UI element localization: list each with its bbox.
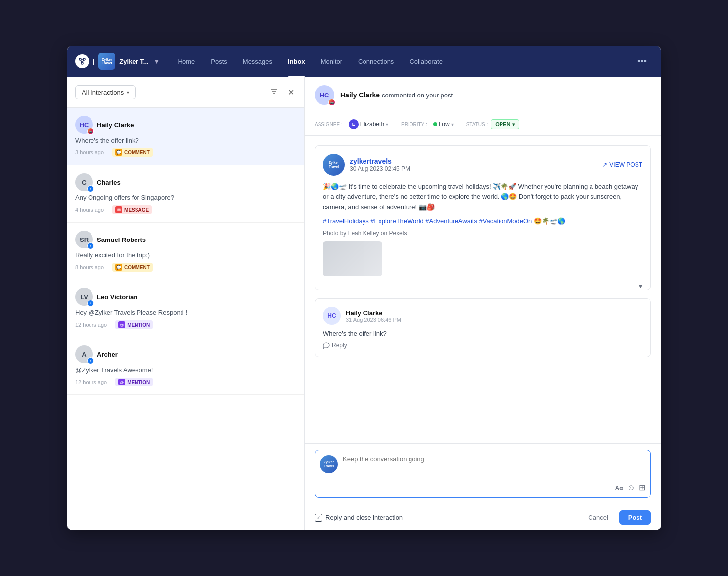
avatar: SR f (75, 231, 93, 248)
post-content: ZylkerTravel zylkertravels 30 Aug 2023 0… (305, 136, 661, 443)
cancel-button[interactable]: Cancel (582, 510, 614, 525)
app-window: | ZylkerTravel Zylker T... ▾ Home Posts … (67, 46, 661, 530)
nav-inbox[interactable]: Inbox (280, 46, 313, 77)
close-panel-button[interactable]: ✕ (286, 86, 296, 99)
reply-icon (323, 342, 330, 349)
tag-icon: @ (118, 379, 125, 385)
time-text: 3 hours ago (75, 149, 104, 155)
ai-format-button[interactable]: Aα (615, 483, 623, 492)
image-button[interactable]: ⊞ (639, 483, 645, 492)
status-field: STATUS : OPEN ▾ (466, 119, 520, 129)
reply-close-checkbox[interactable]: ✓ Reply and close interaction (315, 514, 403, 522)
avatar: C f (75, 173, 93, 191)
filter-dropdown[interactable]: All Interactions ▾ (75, 85, 136, 99)
right-panel: HC 📷 Haily Clarke commented on your post… (305, 77, 661, 530)
status-label: STATUS : (466, 122, 488, 127)
right-header-info: Haily Clarke commented on your post (340, 91, 651, 99)
view-post-icon: ↗ (602, 161, 607, 168)
username: Archer (97, 351, 118, 358)
time-text: 4 hours ago (75, 207, 104, 213)
svg-point-2 (81, 62, 83, 64)
assignee-field: ASSIGNEE : E Elizabeth ▾ (315, 118, 391, 130)
tag-badge-mention: @ MENTION (115, 378, 153, 386)
item-message: @Zylker Travels Awesome! (75, 366, 296, 374)
instagram-badge: 📷 (328, 99, 335, 106)
social-badge-facebook: f (87, 300, 94, 307)
assignee-dropdown[interactable]: E Elizabeth ▾ (346, 118, 391, 130)
nav-logo[interactable]: | ZylkerTravel Zylker T... ▾ (75, 53, 158, 70)
filter-icon-button[interactable] (268, 86, 280, 99)
item-header: HC 📷 Haily Clarke (75, 116, 296, 134)
right-header: HC 📷 Haily Clarke commented on your post (305, 77, 661, 113)
username: Haily Clarke (97, 121, 134, 129)
view-post-button[interactable]: ↗ VIEW POST (602, 161, 642, 168)
assignee-avatar: E (349, 119, 359, 129)
nav-collaborate[interactable]: Collaborate (402, 46, 451, 77)
item-header: SR f Samuel Roberts (75, 231, 296, 248)
assignee-label: ASSIGNEE : (315, 122, 343, 127)
main-content: All Interactions ▾ ✕ (67, 77, 661, 530)
priority-field: PRIORITY : Low ▾ (401, 120, 456, 129)
post-text: 🎉🌏🛫 It's time to celebrate the upcoming … (323, 182, 642, 212)
assignee-chevron: ▾ (386, 122, 388, 127)
username: Samuel Roberts (97, 236, 146, 243)
tag-icon: ✉ (115, 206, 122, 213)
item-message: Hey @Zylker Travels Please Respond ! (75, 309, 296, 316)
nav-monitor[interactable]: Monitor (313, 46, 350, 77)
nav-more-button[interactable]: ••• (632, 56, 653, 67)
meta-separator (108, 149, 108, 155)
reply-box: ZylkerTravel Aα ☺ ⊞ (305, 443, 661, 504)
interaction-item[interactable]: C f Charles Any Ongoing offers for Singa… (67, 165, 304, 223)
post-image-placeholder (323, 241, 382, 276)
nav-messages[interactable]: Messages (235, 46, 280, 77)
nav-home[interactable]: Home (170, 46, 203, 77)
interaction-item[interactable]: A f Archer @Zylker Travels Awesome! 12 h… (67, 337, 304, 395)
status-chevron: ▾ (512, 122, 515, 127)
reply-textarea[interactable] (343, 455, 645, 480)
status-dropdown[interactable]: OPEN ▾ (491, 119, 519, 129)
interaction-list: HC 📷 Haily Clarke Where's the offer link… (67, 108, 304, 530)
comment-avatar: HC (323, 307, 341, 325)
item-message: Any Ongoing offers for Singapore? (75, 194, 296, 201)
interaction-item[interactable]: SR f Samuel Roberts Really excited for t… (67, 223, 304, 280)
username: Charles (97, 179, 121, 186)
time-text: 12 hours ago (75, 322, 107, 328)
top-nav: | ZylkerTravel Zylker T... ▾ Home Posts … (67, 46, 661, 77)
post-author: ZylkerTravel zylkertravels 30 Aug 2023 0… (323, 154, 410, 176)
metadata-row: ASSIGNEE : E Elizabeth ▾ PRIORITY : Low … (305, 113, 661, 136)
item-header: A f Archer (75, 345, 296, 363)
interaction-item[interactable]: HC 📷 Haily Clarke Where's the offer link… (67, 108, 304, 165)
nav-brand-chevron: ▾ (155, 57, 158, 65)
left-header: All Interactions ▾ ✕ (67, 77, 304, 108)
emoji-button[interactable]: ☺ (627, 483, 635, 492)
priority-dropdown[interactable]: Low ▾ (430, 120, 456, 129)
item-meta: 12 hours ago @ MENTION (75, 320, 296, 329)
nav-connections[interactable]: Connections (350, 46, 402, 77)
ai-format-icon: Aα (615, 485, 623, 492)
comment-author-details: Haily Clarke 31 Aug 2023 06:46 PM (346, 309, 401, 323)
svg-point-1 (83, 58, 85, 60)
interaction-item[interactable]: LV f Leo Victorian Hey @Zylker Travels P… (67, 280, 304, 337)
time-text: 12 hours ago (75, 379, 107, 385)
status-value: OPEN (495, 121, 510, 127)
tag-badge-mention: @ MENTION (115, 320, 153, 329)
comment-section: HC Haily Clarke 31 Aug 2023 06:46 PM Whe… (315, 298, 651, 357)
social-badge-facebook: f (87, 185, 94, 192)
reply-actions: Aα ☺ ⊞ (343, 480, 645, 492)
footer-buttons: Cancel Post (582, 510, 651, 525)
nav-posts[interactable]: Posts (203, 46, 235, 77)
post-button[interactable]: Post (619, 510, 651, 525)
meta-separator (108, 207, 108, 213)
item-header: LV f Leo Victorian (75, 288, 296, 306)
assignee-value: Elizabeth (360, 121, 384, 128)
comment-author-row: HC Haily Clarke 31 Aug 2023 06:46 PM (323, 307, 642, 325)
avatar: LV f (75, 288, 93, 306)
meta-separator (111, 379, 111, 385)
checkbox-icon: ✓ (315, 514, 322, 522)
social-badge-instagram: 📷 (87, 128, 94, 135)
avatar: HC 📷 (75, 116, 93, 134)
reply-button[interactable]: Reply (323, 342, 642, 349)
collapse-button[interactable]: ▾ (639, 282, 642, 290)
priority-dot (433, 122, 437, 126)
post-hashtags: #TravelHolidays #ExploreTheWorld #Advent… (323, 217, 642, 225)
